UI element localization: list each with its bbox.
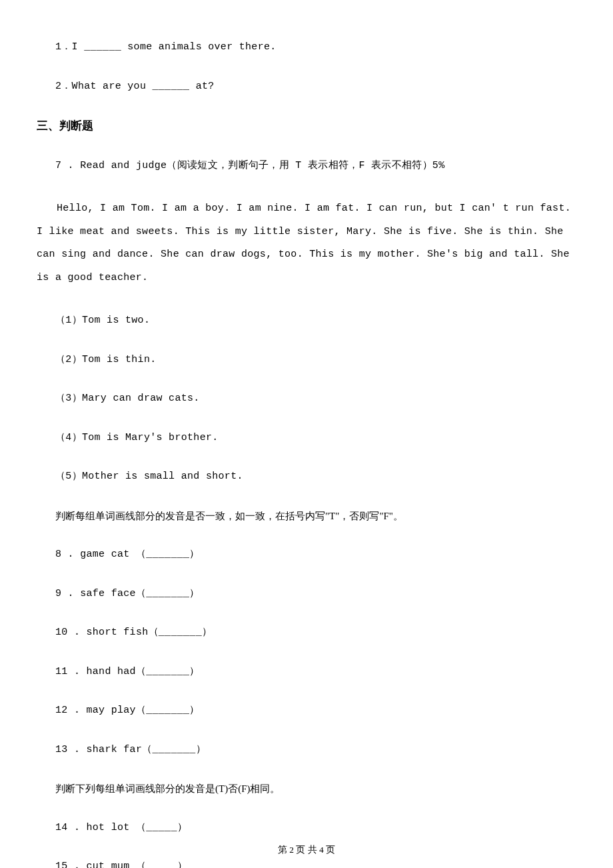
fill-blank-1: 1．I ______ some animals over there. [37, 40, 580, 55]
pronunciation-instruction-a: 判断每组单词画线部分的发音是否一致，如一致，在括号内写"T"，否则写"F"。 [37, 509, 580, 524]
fill-blank-2: 2．What are you ______ at? [37, 79, 580, 95]
item-11: 11 . hand had（_______） [37, 665, 580, 680]
item-13: 13 . shark far（_______） [37, 743, 580, 758]
item-15: 15 . cut mum （_____） [37, 859, 580, 868]
item-14: 14 . hot lot （_____） [37, 821, 580, 836]
reading-passage: Hello, I am Tom. I am a boy. I am nine. … [37, 197, 580, 289]
item-10: 10 . short fish（_______） [37, 625, 580, 641]
statement-1: （1）Tom is two. [37, 313, 580, 329]
item-12: 12 . may play（_______） [37, 703, 580, 719]
statement-5: （5）Mother is small and short. [37, 469, 580, 485]
statement-2: （2）Tom is thin. [37, 353, 580, 368]
page-footer: 第 2 页 共 4 页 [0, 844, 613, 856]
pronunciation-instruction-b: 判断下列每组单词画线部分的发音是(T)否(F)相同。 [37, 781, 580, 797]
statement-3: （3）Mary can draw cats. [37, 391, 580, 407]
section-3-heading: 三、判断题 [37, 118, 580, 135]
statement-4: （4）Tom is Mary's brother. [37, 431, 580, 446]
q7-instruction: 7 . Read and judge（阅读短文，判断句子，用 T 表示相符，F … [37, 159, 580, 174]
item-9: 9 . safe face（_______） [37, 587, 580, 602]
item-8: 8 . game cat （_______） [37, 547, 580, 563]
